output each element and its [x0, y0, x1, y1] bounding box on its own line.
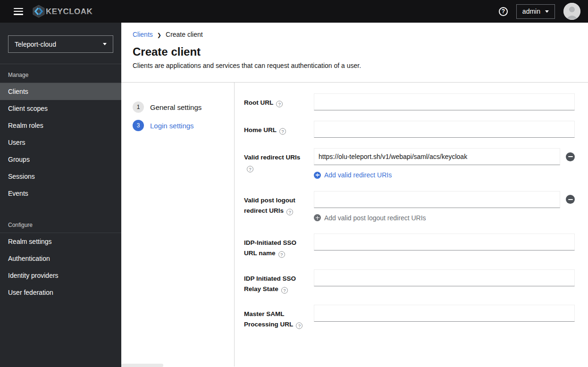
help-icon[interactable]: ?	[499, 7, 508, 16]
help-icon[interactable]: ?	[296, 323, 302, 329]
valid-redirect-uri-input[interactable]	[314, 148, 560, 165]
valid-post-logout-redirect-uris-label: Valid post logout redirect URIs?	[244, 191, 314, 224]
page-title: Create client	[133, 45, 577, 58]
plus-circle-icon	[314, 172, 321, 179]
form-row-master-saml-processing-url: Master SAML Processing URL?	[244, 305, 575, 330]
sidebar-item-client-scopes[interactable]: Client scopes	[0, 100, 121, 117]
nav-toggle-hamburger-icon[interactable]	[14, 8, 23, 15]
add-link-label: Add valid redirect URIs	[324, 171, 392, 179]
nav-group-configure-title: Configure	[0, 214, 121, 233]
remove-post-logout-redirect-uri-button[interactable]	[566, 195, 575, 204]
user-menu-label: admin	[522, 8, 540, 15]
root-url-label: Root URL?	[244, 93, 314, 110]
breadcrumb-link-clients[interactable]: Clients	[133, 31, 153, 38]
nav-group-manage-title: Manage	[0, 64, 121, 83]
chevron-down-icon	[545, 10, 549, 13]
help-icon[interactable]: ?	[281, 287, 288, 293]
breadcrumb-separator-icon: ❯	[157, 32, 161, 38]
horizontal-scrollbar[interactable]	[121, 364, 163, 367]
form-row-root-url: Root URL?	[244, 93, 575, 110]
form-row-valid-post-logout-redirect-uris: Valid post logout redirect URIs? Add val…	[244, 191, 575, 224]
plus-circle-icon	[314, 214, 321, 221]
label-text: Home URL	[244, 126, 277, 133]
label-text: IDP Initiated SSO Relay State	[244, 275, 296, 292]
page-header: Clients ❯ Create client Create client Cl…	[121, 23, 588, 83]
label-text: Master SAML Processing URL	[244, 310, 293, 328]
add-valid-redirect-uri-button[interactable]: Add valid redirect URIs	[314, 171, 392, 179]
master-saml-processing-url-input[interactable]	[314, 305, 575, 322]
label-text: Root URL	[244, 99, 273, 106]
help-icon[interactable]: ?	[276, 100, 283, 107]
remove-redirect-uri-button[interactable]	[566, 152, 575, 161]
form-row-idp-initiated-sso-relay-state: IDP Initiated SSO Relay State?	[244, 269, 575, 295]
sidebar-item-users[interactable]: Users	[0, 134, 121, 151]
sidebar-item-clients[interactable]: Clients	[0, 83, 121, 100]
sidebar-item-user-federation[interactable]: User federation	[0, 284, 121, 301]
add-link-label: Add valid post logout redirect URIs	[324, 214, 426, 222]
wizard-step-general-settings[interactable]: 1 General settings	[133, 101, 234, 113]
form-row-idp-initiated-sso-url-name: IDP-Initiated SSO URL name?	[244, 234, 575, 259]
sidebar-item-identity-providers[interactable]: Identity providers	[0, 267, 121, 284]
login-settings-form: Root URL? Home URL? Valid redirect URIs?	[234, 83, 588, 367]
master-saml-processing-url-label: Master SAML Processing URL?	[244, 305, 314, 330]
avatar[interactable]	[563, 3, 580, 20]
person-icon	[563, 3, 580, 20]
sidebar-item-sessions[interactable]: Sessions	[0, 168, 121, 185]
step-label: Login settings	[150, 122, 194, 130]
sidebar-nav: Teleport-cloud Manage Clients Client sco…	[0, 23, 121, 367]
label-text: IDP-Initiated SSO URL name	[244, 239, 296, 257]
step-number: 1	[133, 101, 144, 113]
home-url-label: Home URL?	[244, 121, 314, 138]
masthead: KEYCLOAK ? admin	[0, 0, 588, 23]
idp-initiated-sso-relay-state-label: IDP Initiated SSO Relay State?	[244, 269, 314, 295]
form-row-valid-redirect-uris: Valid redirect URIs? Add valid redirect …	[244, 148, 575, 181]
help-icon[interactable]: ?	[247, 166, 253, 173]
help-icon[interactable]: ?	[278, 251, 285, 258]
sidebar-item-groups[interactable]: Groups	[0, 151, 121, 168]
wizard-nav: 1 General settings 3 Login settings	[121, 83, 234, 367]
breadcrumb: Clients ❯ Create client	[133, 31, 577, 38]
wizard-step-login-settings[interactable]: 3 Login settings	[133, 120, 234, 131]
valid-redirect-uris-label: Valid redirect URIs?	[244, 148, 314, 181]
sidebar-item-realm-roles[interactable]: Realm roles	[0, 117, 121, 134]
sidebar-item-realm-settings[interactable]: Realm settings	[0, 233, 121, 250]
label-text: Valid redirect URIs	[244, 154, 300, 161]
help-icon[interactable]: ?	[286, 209, 293, 215]
keycloak-wordmark: KEYCLOAK	[46, 7, 93, 16]
home-url-input[interactable]	[314, 121, 575, 138]
idp-initiated-sso-relay-state-input[interactable]	[314, 269, 575, 286]
sidebar-item-events[interactable]: Events	[0, 185, 121, 202]
step-number: 3	[133, 120, 144, 131]
idp-initiated-sso-url-name-input[interactable]	[314, 234, 575, 250]
form-row-home-url: Home URL?	[244, 121, 575, 138]
user-menu-dropdown[interactable]: admin	[516, 4, 555, 19]
step-label: General settings	[150, 103, 202, 111]
add-post-logout-redirect-uri-button[interactable]: Add valid post logout redirect URIs	[314, 214, 426, 222]
help-icon[interactable]: ?	[279, 128, 286, 134]
idp-initiated-sso-url-name-label: IDP-Initiated SSO URL name?	[244, 234, 314, 259]
page-description: Clients are applications and services th…	[133, 62, 577, 69]
realm-selector[interactable]: Teleport-cloud	[8, 35, 113, 53]
sidebar-item-authentication[interactable]: Authentication	[0, 250, 121, 267]
chevron-down-icon	[103, 43, 107, 45]
breadcrumb-current: Create client	[166, 31, 203, 38]
main-content: Clients ❯ Create client Create client Cl…	[121, 23, 588, 367]
realm-selector-value: Teleport-cloud	[15, 41, 56, 48]
root-url-input[interactable]	[314, 93, 575, 110]
keycloak-logo: KEYCLOAK	[32, 4, 107, 18]
post-logout-redirect-uri-input[interactable]	[314, 191, 560, 208]
keycloak-logo-graphic: KEYCLOAK	[32, 4, 107, 18]
